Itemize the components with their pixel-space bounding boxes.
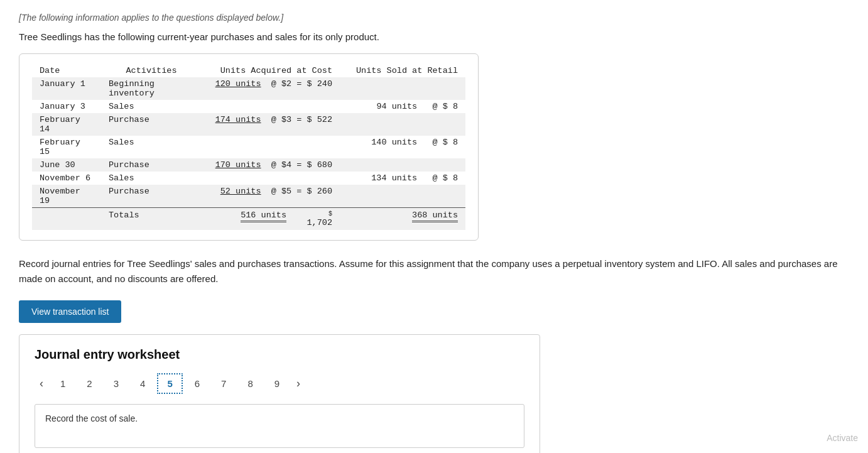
- tab-4-button[interactable]: 4: [131, 374, 155, 393]
- cell-date: January 1: [32, 77, 101, 100]
- cell-activity: Purchase: [101, 158, 202, 172]
- cell-activity: Purchase: [101, 185, 202, 208]
- cell-activity: Purchase: [101, 113, 202, 136]
- cell-activity: Sales: [101, 136, 202, 158]
- totals-units-sold: 368 units: [340, 208, 465, 231]
- cell-units-sold: [340, 113, 465, 136]
- table-row: January 1Beginning inventory120 units @ …: [32, 77, 465, 100]
- table-row: November 6Sales134 units @ $ 8: [32, 172, 465, 185]
- totals-label-empty: [32, 208, 101, 231]
- cell-units-acquired: 52 units @ $5 = $ 260: [202, 185, 340, 208]
- cell-units-sold: [340, 158, 465, 172]
- table-row: November 19Purchase52 units @ $5 = $ 260: [32, 185, 465, 208]
- cell-date: November 6: [32, 172, 101, 185]
- cell-activity: Sales: [101, 100, 202, 113]
- cell-date: February 15: [32, 136, 101, 158]
- journal-entry-worksheet-panel: Journal entry worksheet ‹ 1 2 3 4 5 6 7 …: [19, 334, 540, 453]
- cell-date: February 14: [32, 113, 101, 136]
- col-header-activities: Activities: [101, 64, 202, 77]
- cell-units-acquired: [202, 100, 340, 113]
- table-row: February 14Purchase174 units @ $3 = $ 52…: [32, 113, 465, 136]
- activate-watermark: Activate: [827, 433, 858, 443]
- inventory-table-wrapper: Date Activities Units Acquired at Cost U…: [19, 53, 479, 241]
- record-instruction-box: Record the cost of sale.: [35, 404, 524, 448]
- cell-activity: Beginning inventory: [101, 77, 202, 100]
- totals-label: Totals: [101, 208, 202, 231]
- tab-9-button[interactable]: 9: [265, 374, 289, 393]
- tab-8-button[interactable]: 8: [238, 374, 262, 393]
- instructions-text: Record journal entries for Tree Seedling…: [19, 256, 849, 287]
- tab-5-button[interactable]: 5: [157, 373, 182, 394]
- tab-7-button[interactable]: 7: [212, 374, 236, 393]
- col-header-units-acquired: Units Acquired at Cost: [202, 64, 340, 77]
- tab-navigation: ‹ 1 2 3 4 5 6 7 8 9 ›: [35, 373, 524, 394]
- table-row: June 30Purchase170 units @ $4 = $ 680: [32, 158, 465, 172]
- worksheet-title: Journal entry worksheet: [35, 347, 524, 362]
- cell-units-sold: 140 units @ $ 8: [340, 136, 465, 158]
- table-row: February 15Sales140 units @ $ 8: [32, 136, 465, 158]
- cell-units-acquired: 170 units @ $4 = $ 680: [202, 158, 340, 172]
- tab-3-button[interactable]: 3: [104, 374, 128, 393]
- cell-units-sold: 94 units @ $ 8: [340, 100, 465, 113]
- view-transaction-list-button[interactable]: View transaction list: [19, 300, 121, 323]
- cell-activity: Sales: [101, 172, 202, 185]
- cell-units-acquired: 174 units @ $3 = $ 522: [202, 113, 340, 136]
- intro-text: [The following information applies to th…: [19, 13, 849, 23]
- col-header-date: Date: [32, 64, 101, 77]
- record-label-text: Record the cost of sale.: [45, 413, 138, 423]
- cell-units-acquired: [202, 136, 340, 158]
- cell-date: June 30: [32, 158, 101, 172]
- cell-units-acquired: [202, 172, 340, 185]
- tab-2-button[interactable]: 2: [77, 374, 101, 393]
- col-header-units-sold: Units Sold at Retail: [340, 64, 465, 77]
- tab-next-button[interactable]: ›: [291, 374, 305, 393]
- tab-6-button[interactable]: 6: [185, 374, 209, 393]
- table-row: January 3Sales94 units @ $ 8: [32, 100, 465, 113]
- cell-units-sold: [340, 185, 465, 208]
- cell-units-acquired: 120 units @ $2 = $ 240: [202, 77, 340, 100]
- cell-units-sold: [340, 77, 465, 100]
- cell-date: January 3: [32, 100, 101, 113]
- inventory-table: Date Activities Units Acquired at Cost U…: [32, 64, 465, 230]
- cell-units-sold: 134 units @ $ 8: [340, 172, 465, 185]
- cell-date: November 19: [32, 185, 101, 208]
- tab-1-button[interactable]: 1: [51, 374, 75, 393]
- totals-units-acquired: 516 units $1,702: [202, 208, 340, 231]
- totals-row: Totals516 units $1,702368 units: [32, 208, 465, 231]
- tab-prev-button[interactable]: ‹: [35, 374, 48, 393]
- description-text: Tree Seedlings has the following current…: [19, 31, 849, 42]
